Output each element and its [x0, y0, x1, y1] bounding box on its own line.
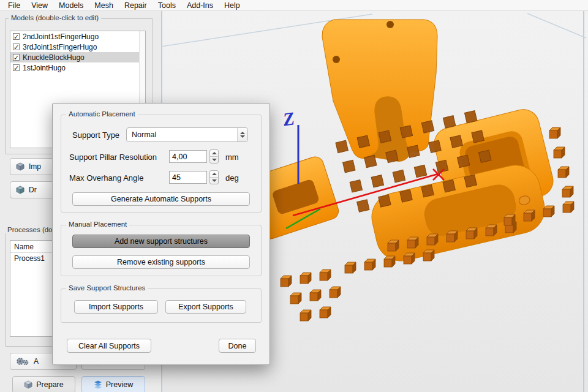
- overhang-angle-stepper[interactable]: [209, 170, 219, 184]
- menu-view[interactable]: View: [26, 1, 53, 10]
- pillar-resolution-stepper[interactable]: [209, 149, 219, 164]
- clevis-hole: [333, 56, 340, 63]
- menu-repair[interactable]: Repair: [119, 1, 153, 10]
- import-mesh-label: Imp: [29, 162, 41, 171]
- clevis-hole: [386, 21, 394, 28]
- model-label: 2ndJoint1stFingerHugo: [23, 32, 99, 41]
- menu-tools[interactable]: Tools: [153, 1, 181, 10]
- manual-placement-title: Manual Placement: [66, 221, 129, 228]
- model-checkbox[interactable]: ✓: [13, 64, 20, 71]
- pillar-resolution-input[interactable]: [169, 150, 207, 163]
- apply-process-label: A: [34, 357, 39, 366]
- cube-icon: [24, 380, 32, 389]
- model-label: 1stJointHugo: [23, 64, 66, 72]
- remove-supports-button[interactable]: Remove existing supports: [72, 255, 250, 269]
- select-chevrons-icon[interactable]: [237, 128, 247, 141]
- overhang-angle-unit: deg: [225, 173, 239, 183]
- stepper-down-icon[interactable]: [212, 179, 217, 182]
- stepper-up-icon[interactable]: [212, 152, 217, 154]
- models-group-title: Models (double-click to edit): [9, 14, 101, 21]
- model-list-item-selected[interactable]: ✓ KnuckleBlockHugo: [10, 52, 145, 62]
- menu-file[interactable]: File: [2, 1, 26, 10]
- model-label: 3rdJoint1stFingerHugo: [23, 43, 97, 51]
- support-type-label: Support Type: [72, 130, 119, 140]
- generate-supports-button[interactable]: Generate Automatic Supports: [72, 192, 250, 206]
- tab-preview[interactable]: Preview: [81, 376, 145, 392]
- model-list-item[interactable]: ✓ 1stJointHugo: [10, 62, 145, 73]
- gears-icon: [15, 356, 30, 366]
- export-supports-button[interactable]: Export Supports: [165, 300, 246, 314]
- model-list-item[interactable]: ✓ 3rdJoint1stFingerHugo: [10, 42, 145, 52]
- menu-mesh[interactable]: Mesh: [89, 1, 119, 10]
- drop-mesh-label: Dr: [29, 186, 37, 194]
- clear-all-supports-button[interactable]: Clear All Supports: [67, 339, 151, 353]
- stepper-up-icon[interactable]: [212, 173, 217, 175]
- save-supports-title: Save Support Structures: [66, 284, 148, 292]
- model-list-item[interactable]: ✓ 2ndJoint1stFingerHugo: [10, 31, 145, 42]
- menu-bar: File View Models Mesh Repair Tools Add-I…: [0, 0, 588, 11]
- pillar-resolution-unit: mm: [225, 153, 239, 162]
- done-button[interactable]: Done: [219, 339, 256, 353]
- menu-addins[interactable]: Add-Ins: [181, 1, 219, 10]
- import-supports-button[interactable]: Import Supports: [74, 300, 158, 314]
- support-type-value: Normal: [127, 130, 237, 139]
- support-type-select[interactable]: Normal: [126, 127, 248, 142]
- model-checkbox[interactable]: ✓: [13, 33, 20, 40]
- menu-help[interactable]: Help: [219, 1, 246, 10]
- model-checkbox[interactable]: ✓: [13, 54, 20, 61]
- tab-preview-label: Preview: [106, 380, 133, 389]
- tab-prepare-label: Prepare: [36, 380, 63, 389]
- mesh-cube-icon: [15, 185, 25, 195]
- overhang-angle-input[interactable]: [169, 171, 207, 184]
- processes-group-title: Processes (do: [5, 226, 55, 233]
- tab-prepare[interactable]: Prepare: [12, 376, 75, 392]
- menu-models[interactable]: Models: [53, 1, 89, 10]
- add-supports-button[interactable]: Add new support structures: [72, 235, 250, 248]
- import-mesh-icon: [15, 162, 25, 172]
- model-label: KnuckleBlockHugo: [23, 53, 85, 62]
- support-generator-dialog: Automatic Placement Support Type Normal …: [52, 103, 270, 365]
- app-window: File View Models Mesh Repair Tools Add-I…: [0, 0, 588, 392]
- automatic-placement-title: Automatic Placement: [66, 110, 138, 118]
- overhang-angle-label: Max Overhang Angle: [69, 173, 143, 183]
- model-checkbox[interactable]: ✓: [13, 43, 20, 50]
- stepper-down-icon[interactable]: [212, 159, 217, 161]
- layers-icon: [94, 380, 102, 389]
- pillar-resolution-label: Support Pillar Resolution: [69, 153, 157, 162]
